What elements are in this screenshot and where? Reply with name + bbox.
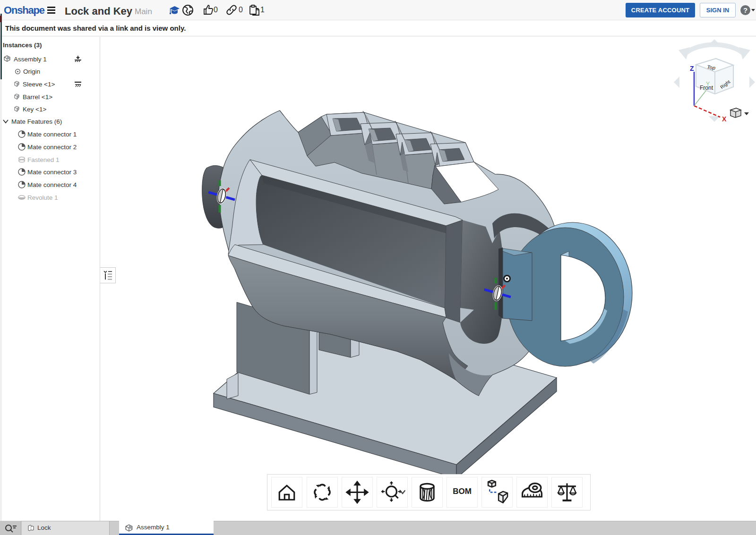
- svg-text:Top: Top: [706, 64, 715, 71]
- svg-text:Z: Z: [690, 65, 694, 72]
- svg-text:Y: Y: [706, 81, 710, 87]
- svg-text:X: X: [722, 115, 727, 123]
